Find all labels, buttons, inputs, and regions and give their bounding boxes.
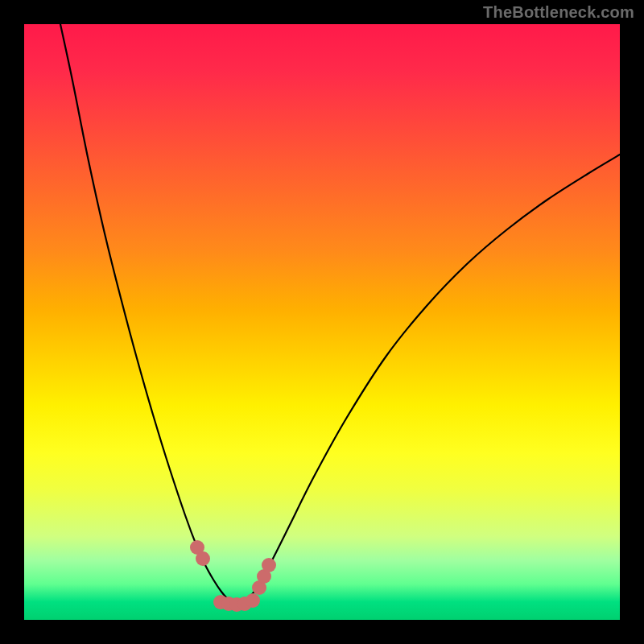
highlight-dots-group <box>190 540 276 612</box>
highlight-dot <box>262 558 276 572</box>
bottleneck-curve <box>60 24 620 605</box>
plot-area <box>24 24 620 620</box>
highlight-dot <box>196 551 210 566</box>
chart-svg <box>24 24 620 620</box>
watermark-text: TheBottleneck.com <box>483 3 634 22</box>
highlight-dot <box>246 593 260 608</box>
chart-frame: TheBottleneck.com <box>0 0 644 644</box>
